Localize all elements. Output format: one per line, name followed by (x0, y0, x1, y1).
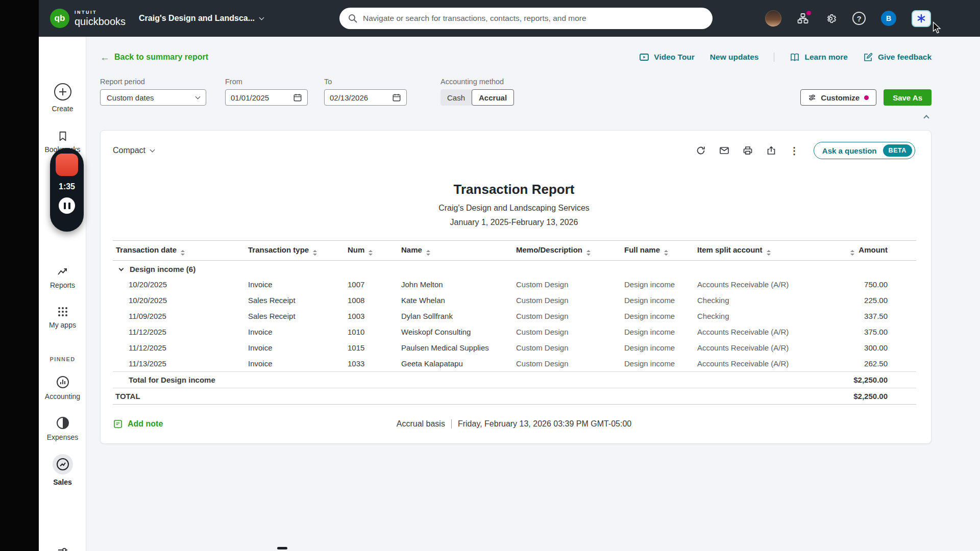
qb-logo-icon: qb (50, 9, 69, 28)
sidebar-label: Sales (53, 478, 72, 486)
company-switcher[interactable]: Craig's Design and Landsca... (139, 14, 263, 23)
company-name: Craig's Design and Landsca... (139, 14, 255, 23)
group-label: Design income (6) (130, 265, 195, 273)
main-content: ← Back to summary report Video Tour New … (86, 37, 980, 551)
col-transaction-type[interactable]: Transaction type (246, 241, 346, 261)
sidebar-item-customize[interactable]: Customize (39, 546, 86, 551)
video-tour-link[interactable]: Video Tour (639, 52, 695, 62)
browser-extension-button[interactable] (912, 10, 931, 27)
sidebar-item-expenses[interactable]: Expenses (39, 416, 86, 441)
to-date-input[interactable] (330, 93, 384, 102)
workspaces-button[interactable] (797, 12, 809, 24)
report-card: Compact (100, 130, 932, 444)
collapse-panel-button[interactable] (921, 112, 932, 123)
accounting-method-toggle: Cash Accrual (440, 89, 514, 106)
to-label: To (324, 78, 407, 86)
cell-transaction-type: Invoice (246, 340, 346, 356)
sidebar-label: Create (52, 105, 73, 113)
export-icon (766, 145, 776, 156)
email-button[interactable] (719, 145, 729, 156)
avatar[interactable] (765, 10, 781, 27)
more-options-button[interactable]: ⋮ (790, 145, 799, 157)
user-initial-badge[interactable]: B (881, 11, 896, 26)
calendar-icon[interactable] (392, 93, 401, 102)
cell-transaction-type: Invoice (246, 277, 346, 292)
cell-name: John Melton (399, 277, 514, 292)
browser-viewport: qb INTUIT quickbooks Craig's Design and … (39, 0, 980, 551)
save-as-button[interactable]: Save As (884, 89, 932, 106)
customize-button[interactable]: Customize (800, 89, 876, 106)
sidebar-label: Accounting (45, 392, 80, 400)
back-to-summary-link[interactable]: ← Back to summary report (100, 53, 208, 62)
cell-full-name: Design income (622, 324, 695, 340)
learn-more-link[interactable]: Learn more (790, 52, 847, 62)
col-amount[interactable]: Amount (835, 241, 916, 261)
chevron-down-icon (195, 94, 201, 99)
sidebar-label: My apps (49, 321, 76, 329)
global-search[interactable] (339, 8, 713, 29)
sliders-icon (57, 546, 69, 551)
group-total-row: Total for Design income $2,250.00 (113, 372, 916, 388)
cell-memo-description: Custom Design (514, 324, 622, 340)
refresh-button[interactable] (696, 145, 706, 156)
ask-a-question-button[interactable]: Ask a question BETA (814, 142, 915, 159)
accrual-option[interactable]: Accrual (472, 89, 514, 106)
collapse-group-icon (119, 266, 124, 271)
table-row[interactable]: 11/13/2025 Invoice 1033 Geeta Kalapatapu… (113, 356, 916, 372)
table-row[interactable]: 11/12/2025 Invoice 1015 Paulsen Medical … (113, 340, 916, 356)
settings-button[interactable] (824, 12, 837, 25)
report-period-select[interactable]: Custom dates (100, 89, 206, 106)
grand-total-label: TOTAL (113, 388, 835, 405)
col-name[interactable]: Name (399, 241, 514, 261)
add-note-button[interactable]: Add note (113, 419, 163, 429)
sidebar-item-accounting[interactable]: Accounting (39, 375, 86, 400)
density-select[interactable]: Compact (113, 146, 154, 155)
group-header-row[interactable]: Design income (6) (113, 261, 916, 277)
cell-num: 1007 (346, 277, 399, 292)
col-memo-description[interactable]: Memo/Description (514, 241, 622, 261)
table-row[interactable]: 10/20/2025 Sales Receipt 1008 Kate Whela… (113, 292, 916, 308)
logo-wordmark: INTUIT quickbooks (75, 10, 126, 27)
cell-transaction-date: 11/13/2025 (113, 356, 246, 372)
col-num[interactable]: Num (346, 241, 399, 261)
print-button[interactable] (743, 145, 753, 156)
col-transaction-date[interactable]: Transaction date (113, 241, 246, 261)
cell-transaction-date: 11/12/2025 (113, 324, 246, 340)
cell-item-split-account: Accounts Receivable (A/R) (695, 340, 835, 356)
from-label: From (225, 78, 308, 86)
create-plus-icon (54, 83, 72, 101)
cell-full-name: Design income (622, 340, 695, 356)
col-full-name[interactable]: Full name (622, 241, 695, 261)
table-row[interactable]: 10/20/2025 Invoice 1007 John Melton Cust… (113, 277, 916, 292)
cell-transaction-date: 10/20/2025 (113, 292, 246, 308)
cash-option[interactable]: Cash (440, 89, 472, 106)
cell-item-split-account: Checking (695, 292, 835, 308)
help-button[interactable]: ? (852, 12, 866, 25)
give-feedback-link[interactable]: Give feedback (863, 52, 932, 62)
from-date-input[interactable] (231, 93, 285, 102)
notification-dot (806, 11, 811, 15)
col-item-split-account[interactable]: Item split account (695, 241, 835, 261)
sidebar-item-reports[interactable]: Reports (39, 265, 86, 289)
search-input[interactable] (363, 14, 704, 23)
selected-item-highlight (53, 454, 73, 474)
notification-dot (864, 95, 869, 100)
sidebar-item-my-apps[interactable]: My apps (39, 306, 86, 329)
report-table-totals: Total for Design income $2,250.00 TOTAL … (113, 372, 916, 405)
table-row[interactable]: 11/09/2025 Sales Receipt 1003 Dylan Soll… (113, 308, 916, 324)
sort-icon (313, 250, 317, 256)
pause-recording-button[interactable] (59, 197, 75, 214)
sort-icon (850, 250, 854, 256)
sidebar-item-create[interactable]: Create (39, 83, 86, 113)
calendar-icon[interactable] (293, 93, 302, 102)
export-button[interactable] (766, 145, 776, 156)
new-updates-link[interactable]: New updates (710, 53, 759, 62)
table-row[interactable]: 11/12/2025 Invoice 1010 Weiskopf Consult… (113, 324, 916, 340)
sidebar-item-sales[interactable]: Sales (39, 454, 86, 486)
accounting-method-group: Accounting method Cash Accrual (440, 78, 514, 106)
kebab-icon: ⋮ (790, 145, 799, 157)
stop-recording-button[interactable] (56, 154, 78, 176)
sidebar-label: Reports (50, 281, 75, 289)
sales-icon (56, 458, 69, 471)
cell-transaction-type: Invoice (246, 356, 346, 372)
